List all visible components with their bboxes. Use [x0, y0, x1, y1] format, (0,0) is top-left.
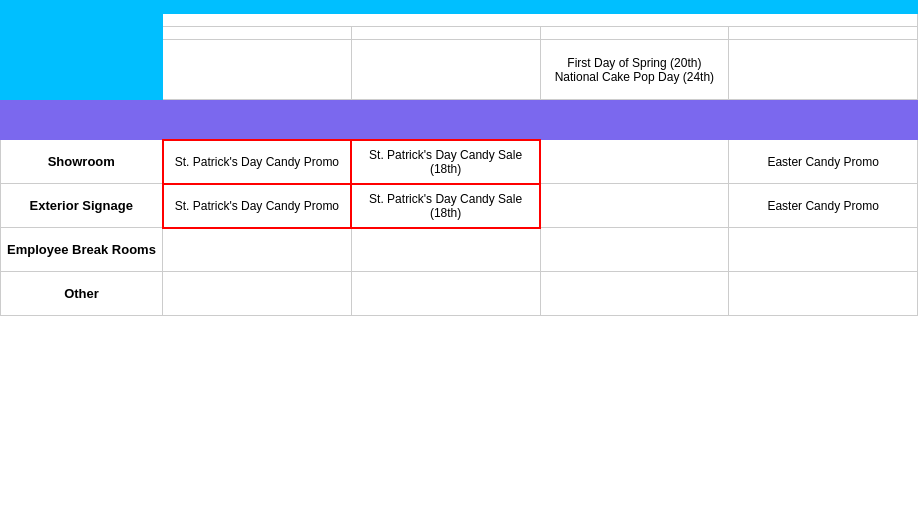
sign-cell-3-1 [351, 272, 540, 316]
calendar-table: First Day of Spring (20th)National Cake … [0, 0, 918, 316]
purple-empty-4 [729, 100, 918, 140]
event-1 [163, 40, 352, 100]
signage-row-0: ShowroomSt. Patrick's Day Candy PromoSt.… [1, 140, 918, 184]
brand-cell [1, 1, 163, 14]
week-4 [729, 27, 918, 40]
sign-cell-1-3: Easter Candy Promo [729, 184, 918, 228]
sign-cell-2-1 [351, 228, 540, 272]
themes-row [1, 14, 918, 27]
week-1 [163, 27, 352, 40]
purple-empty-2 [351, 100, 540, 140]
purple-empty-1 [163, 100, 352, 140]
week-2 [351, 27, 540, 40]
signage-row-2: Employee Break Rooms [1, 228, 918, 272]
signage-row-3: Other [1, 272, 918, 316]
sign-cell-2-3 [729, 228, 918, 272]
keyevents-row: First Day of Spring (20th)National Cake … [1, 40, 918, 100]
signage-label-0: Showroom [1, 140, 163, 184]
sign-cell-1-0: St. Patrick's Day Candy Promo [163, 184, 352, 228]
themes-content [163, 14, 918, 27]
event-2 [351, 40, 540, 100]
sign-cell-1-1: St. Patrick's Day Candy Sale (18th) [351, 184, 540, 228]
sign-cell-2-2 [540, 228, 729, 272]
sign-cell-1-2 [540, 184, 729, 228]
onproperty-row [1, 100, 918, 140]
signage-row-1: Exterior SignageSt. Patrick's Day Candy … [1, 184, 918, 228]
sign-cell-0-0: St. Patrick's Day Candy Promo [163, 140, 352, 184]
weekof-row [1, 27, 918, 40]
sign-cell-0-3: Easter Candy Promo [729, 140, 918, 184]
keyevents-label [1, 40, 163, 100]
sign-cell-3-0 [163, 272, 352, 316]
sign-cell-0-2 [540, 140, 729, 184]
sign-cell-0-1: St. Patrick's Day Candy Sale (18th) [351, 140, 540, 184]
signage-label-2: Employee Break Rooms [1, 228, 163, 272]
sign-cell-3-3 [729, 272, 918, 316]
event-4 [729, 40, 918, 100]
week-3 [540, 27, 729, 40]
signage-label-1: Exterior Signage [1, 184, 163, 228]
header-row [1, 1, 918, 14]
event-3: First Day of Spring (20th)National Cake … [540, 40, 729, 100]
themes-label [1, 14, 163, 27]
sign-cell-3-2 [540, 272, 729, 316]
sign-cell-2-0 [163, 228, 352, 272]
month-cell [163, 1, 918, 14]
purple-empty-3 [540, 100, 729, 140]
onproperty-label [1, 100, 163, 140]
weekof-label [1, 27, 163, 40]
signage-label-3: Other [1, 272, 163, 316]
